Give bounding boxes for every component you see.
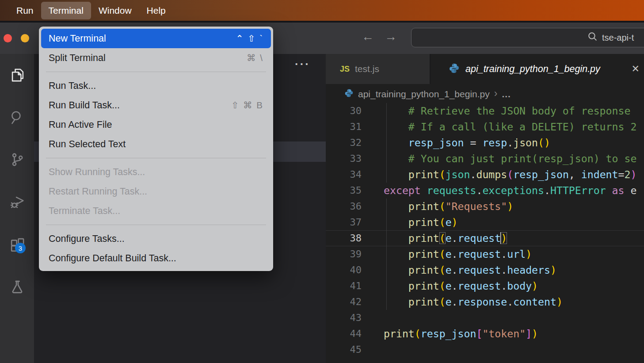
menu-item-configure-default-build-task[interactable]: Configure Default Build Task...: [41, 248, 271, 268]
code-token: ): [452, 216, 458, 228]
code-line-45[interactable]: 45: [326, 342, 644, 358]
code-text: # Retrieve the JSON body of response: [384, 103, 630, 119]
close-icon[interactable]: ✕: [632, 63, 640, 75]
line-number: 37: [326, 214, 362, 230]
terminal-menu: New Terminal⌃ ⇧ `Split Terminal⌘ \Run Ta…: [39, 27, 273, 271]
code-line-38[interactable]: 38 print(e.request): [326, 230, 644, 246]
code-token: (: [439, 200, 446, 212]
code-token: (): [538, 137, 550, 149]
code-line-36[interactable]: 36 print("Requests"): [326, 199, 644, 214]
indent-guide: [386, 230, 387, 246]
code-token: e: [446, 248, 452, 260]
code-token: json: [446, 168, 470, 180]
code-line-30[interactable]: 30 # Retrieve the JSON body of response: [326, 103, 644, 119]
code-text: print(e.request.body): [384, 278, 538, 294]
menu-item-shortcut: ⇧ ⌘ B: [231, 100, 263, 111]
code-token: (: [439, 280, 446, 292]
navigate-forward-icon[interactable]: →: [385, 30, 397, 44]
explorer-icon[interactable]: [9, 67, 25, 83]
code-line-32[interactable]: 32 resp_json = resp.json(): [326, 135, 644, 151]
code-line-43[interactable]: 43: [326, 310, 644, 326]
code-token: ): [556, 296, 563, 308]
code-token: json: [513, 137, 538, 149]
code-token: indent: [581, 168, 618, 180]
indent-guide: [386, 135, 387, 151]
line-number: 42: [326, 294, 362, 310]
tab-api-training-python[interactable]: api_training_python_1_begin.py ✕: [431, 54, 644, 84]
code-token: request: [458, 280, 501, 292]
code-token: [384, 216, 408, 228]
code-text: print(e): [384, 214, 458, 230]
menu-item-run-task[interactable]: Run Task...: [41, 76, 271, 96]
code-line-44[interactable]: 44print(resp_json["token"]): [326, 326, 644, 342]
search-sidebar-icon[interactable]: [9, 109, 25, 125]
menu-item-new-terminal[interactable]: New Terminal⌃ ⇧ `: [41, 29, 271, 48]
code-token: e: [446, 264, 452, 276]
window-minimize-button[interactable]: [21, 34, 29, 42]
python-file-icon: [344, 88, 354, 99]
code-line-35[interactable]: 35except requests.exceptions.HTTPError a…: [326, 183, 644, 199]
line-number: 32: [326, 135, 362, 151]
tab-test-js[interactable]: JS test.js: [326, 54, 431, 84]
menu-separator: [46, 72, 266, 72]
menu-item-label: Run Active File: [49, 119, 112, 130]
code-token: [384, 280, 408, 292]
command-center-search[interactable]: tse-api-t: [411, 28, 644, 47]
line-number: 34: [326, 167, 362, 183]
code-line-37[interactable]: 37 print(e): [326, 214, 644, 230]
code-token: .: [507, 296, 513, 308]
menu-item-split-terminal[interactable]: Split Terminal⌘ \: [41, 48, 271, 68]
line-number: 38: [326, 230, 362, 246]
activity-bar: 3: [0, 54, 34, 363]
menu-item-label: Run Build Task...: [49, 100, 120, 111]
source-control-icon[interactable]: [9, 152, 25, 168]
code-token: body: [507, 280, 532, 292]
window-close-button[interactable]: [4, 34, 12, 42]
code-token: .: [544, 184, 550, 196]
code-token: ): [526, 248, 532, 260]
code-line-39[interactable]: 39 print(e.request.url): [326, 246, 644, 262]
menu-item-run-build-task[interactable]: Run Build Task...⇧ ⌘ B: [41, 96, 271, 115]
code-line-42[interactable]: 42 print(e.response.content): [326, 294, 644, 310]
code-token: "Requests": [446, 200, 507, 212]
code-token: ): [507, 200, 513, 212]
menu-item-restart-running-task: Restart Running Task...: [41, 182, 271, 201]
run-debug-icon[interactable]: [9, 194, 25, 210]
menubar-item-run[interactable]: Run: [9, 2, 41, 19]
indent-guide: [386, 119, 387, 135]
menubar-item-window[interactable]: Window: [91, 2, 139, 19]
code-text: except requests.exceptions.HTTPError as …: [384, 183, 636, 199]
code-text: resp_json = resp.json(): [384, 135, 550, 151]
menubar-item-help[interactable]: Help: [139, 2, 173, 19]
code-token: (: [415, 328, 421, 340]
navigate-back-icon[interactable]: ←: [362, 30, 374, 44]
breadcrumb-more[interactable]: ...: [502, 89, 511, 99]
code-line-31[interactable]: 31 # If a call (like a DELETE) returns 2: [326, 119, 644, 135]
code-line-41[interactable]: 41 print(e.request.body): [326, 278, 644, 294]
code-text: print("Requests"): [384, 199, 513, 214]
line-number: 39: [326, 246, 362, 262]
code-token: [384, 296, 408, 308]
code-line-34[interactable]: 34 print(json.dumps(resp_json, indent=2): [326, 167, 644, 183]
code-text: print(json.dumps(resp_json, indent=2): [384, 167, 636, 183]
code-token: e: [446, 232, 452, 244]
more-actions-icon[interactable]: ···: [295, 57, 310, 71]
code-token: =: [618, 168, 625, 180]
code-token: .: [501, 248, 507, 260]
menu-item-label: Terminate Task...: [49, 206, 120, 217]
code-token: resp_json: [408, 137, 464, 149]
menubar-item-terminal[interactable]: Terminal: [41, 2, 91, 19]
menu-item-configure-tasks[interactable]: Configure Tasks...: [41, 229, 271, 248]
menu-item-terminate-task: Terminate Task...: [41, 201, 271, 221]
menu-item-run-selected-text[interactable]: Run Selected Text: [41, 134, 271, 154]
code-token: [606, 184, 612, 196]
vscode-window: Run Terminal Window Help ← → tse-api-t: [0, 0, 644, 363]
menu-item-label: Restart Running Task...: [49, 186, 147, 197]
testing-icon[interactable]: [9, 279, 25, 295]
code-line-40[interactable]: 40 print(e.request.headers): [326, 262, 644, 278]
menu-item-run-active-file[interactable]: Run Active File: [41, 115, 271, 134]
code-line-33[interactable]: 33 # You can just print(resp_json) to se: [326, 151, 644, 167]
breadcrumb-file[interactable]: api_training_python_1_begin.py: [358, 89, 490, 99]
code-editor[interactable]: 30 # Retrieve the JSON body of response3…: [326, 103, 644, 363]
code-token: .: [501, 280, 507, 292]
